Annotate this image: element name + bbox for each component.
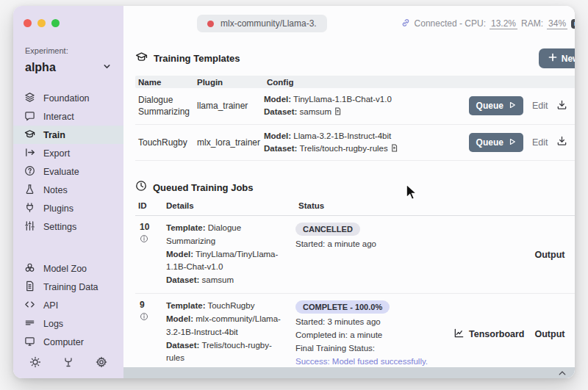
sidebar-item-foundation[interactable]: Foundation: [13, 89, 123, 107]
template-name: TouchRugby: [135, 137, 194, 148]
sidebar-item-training-data[interactable]: Training Data: [13, 278, 123, 296]
experiment-selector[interactable]: alpha: [13, 55, 123, 74]
section-title: Queued Training Jobs: [153, 182, 254, 193]
layers-icon: [24, 92, 35, 105]
cpu-value: 13.2%: [490, 18, 517, 29]
sidebar-item-label: Training Data: [43, 282, 98, 292]
job-started: Started: 3 minutes ago: [295, 316, 453, 329]
template-dataset: Dataset: Trelis/touch-rugby-rules: [264, 142, 460, 155]
templates-table: Name Plugin Config Dialogue Summarizing …: [135, 76, 575, 161]
new-template-button[interactable]: New: [539, 48, 575, 68]
plug-icon: [24, 202, 35, 215]
sidebar-item-logs[interactable]: Logs: [13, 314, 123, 333]
sidebar-item-label: Export: [43, 148, 70, 159]
sliders-icon: [24, 220, 35, 234]
template-actions: Queue Edit: [460, 133, 575, 152]
sidebar-item-settings[interactable]: Settings: [13, 217, 123, 236]
sidebar-item-interact[interactable]: Interact: [13, 107, 123, 126]
git-fork-icon: [62, 356, 74, 371]
job-details: Template: Dialogue Summarizing Model: Ti…: [163, 222, 295, 287]
template-model: Model: TinyLlama-1.1B-Chat-v1.0: [264, 93, 460, 106]
logs-icon: [24, 317, 35, 331]
queued-jobs-header: Queued Training Jobs: [135, 180, 575, 195]
sidebar-item-api[interactable]: API: [13, 296, 123, 314]
sidebar-item-label: Settings: [43, 222, 76, 232]
nav-spacer: [13, 236, 123, 259]
document-icon: [24, 281, 35, 294]
job-row-9: 9 Template: TouchRugby Model: mlx-commun…: [135, 294, 575, 375]
model-zoo-icon: [24, 262, 35, 275]
template-plugin: mlx_lora_trainer: [194, 137, 264, 148]
topbar: mlx-community/Llama-3. Connected - CPU: …: [123, 6, 575, 41]
gear-icon: [96, 356, 107, 371]
edit-button[interactable]: Edit: [532, 101, 548, 111]
sidebar-item-label: Train: [43, 130, 65, 140]
training-templates-header: Training Templates New: [135, 48, 575, 68]
bottom-drawer-toggle[interactable]: [123, 367, 575, 378]
minimize-window-button[interactable]: [37, 19, 46, 27]
templates-table-header: Name Plugin Config: [135, 76, 575, 88]
job-id: 9: [140, 300, 145, 310]
ram-label: RAM:: [521, 18, 543, 29]
sidebar-item-computer[interactable]: Computer: [13, 333, 123, 351]
sidebar-item-notes[interactable]: Notes: [13, 181, 123, 199]
template-plugin: llama_trainer: [194, 100, 264, 112]
sidebar-item-label: API: [43, 300, 58, 311]
sidebar-item-label: Plugins: [43, 203, 74, 214]
export-template-button[interactable]: [556, 99, 567, 113]
output-button[interactable]: Output: [534, 329, 564, 339]
tensorboard-button[interactable]: Tensorboard: [453, 328, 524, 341]
queue-button[interactable]: Queue: [469, 133, 523, 152]
model-status-dot: [207, 21, 214, 27]
job-actions: Tensorboard Output: [453, 300, 575, 368]
zoom-window-button[interactable]: [51, 19, 60, 27]
graduation-cap-icon: [24, 129, 35, 142]
theme-toggle-button[interactable]: [29, 356, 41, 371]
new-button-label: New: [562, 54, 575, 64]
section-title: Training Templates: [154, 53, 240, 64]
plus-icon: [548, 53, 557, 64]
settings-gear-button[interactable]: [96, 356, 107, 371]
sidebar-item-label: Notes: [43, 185, 68, 195]
output-button[interactable]: Output: [534, 250, 564, 260]
chevron-down-icon: [102, 61, 112, 74]
info-icon[interactable]: [140, 312, 148, 323]
queue-button[interactable]: Queue: [469, 96, 523, 115]
connection-status: Connected - CPU: 13.2% RAM: 34% MLX: [401, 18, 575, 30]
status-badge: CANCELLED: [295, 223, 360, 236]
sidebar-item-plugins[interactable]: Plugins: [13, 199, 123, 217]
template-dataset: Dataset: samsum: [264, 106, 460, 118]
queued-jobs-section: Queued Training Jobs ID Details Status 1…: [135, 180, 575, 378]
sidebar-item-label: Foundation: [43, 93, 90, 104]
info-icon[interactable]: [140, 234, 148, 245]
column-header-status: Status: [295, 201, 575, 210]
github-button[interactable]: [62, 356, 74, 371]
sidebar-item-label: Interact: [43, 112, 74, 122]
chat-bubble-icon: [24, 110, 35, 123]
main-panel: mlx-community/Llama-3. Connected - CPU: …: [123, 6, 575, 378]
sidebar-item-export[interactable]: Export: [13, 144, 123, 162]
sidebar-item-model-zoo[interactable]: Model Zoo: [13, 259, 123, 278]
edit-button[interactable]: Edit: [532, 137, 548, 148]
sidebar-item-label: Model Zoo: [43, 264, 87, 274]
close-window-button[interactable]: [24, 19, 32, 27]
export-template-button[interactable]: [556, 135, 567, 149]
sidebar: Experiment: alpha Foundation Interact: [13, 6, 123, 378]
code-icon: [24, 299, 35, 312]
job-final-status-label: Final Training Status:: [295, 342, 453, 355]
download-icon: [556, 99, 567, 113]
current-model-pill[interactable]: mlx-community/Llama-3.: [197, 15, 327, 32]
chevron-up-icon: [558, 366, 567, 379]
experiment-label: Experiment:: [13, 27, 123, 55]
sidebar-item-train[interactable]: Train: [13, 126, 123, 144]
current-model-name: mlx-community/Llama-3.: [220, 18, 317, 29]
sidebar-item-label: Evaluate: [43, 167, 79, 177]
column-header-config: Config: [264, 78, 460, 87]
ram-value: 34%: [547, 18, 567, 29]
template-name: Dialogue Summarizing: [135, 94, 194, 118]
dataset-file-icon: [390, 144, 398, 152]
job-id: 10: [140, 222, 149, 232]
sidebar-item-evaluate[interactable]: Evaluate: [13, 162, 123, 181]
job-success-message: Success: Model fused successfully.: [295, 355, 453, 369]
mlx-badge: MLX: [571, 19, 575, 29]
